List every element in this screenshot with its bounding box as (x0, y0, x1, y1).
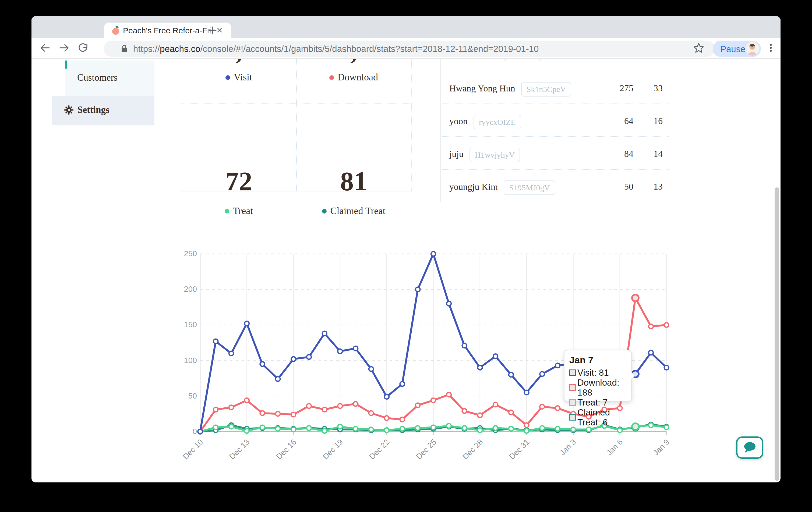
referrer-count-1: 275 (620, 83, 633, 93)
table-row[interactable]: youngju KimS195MJ0gV5013 (441, 169, 669, 202)
profile-paused-button[interactable]: Paused (713, 40, 761, 57)
lock-icon[interactable] (120, 44, 128, 53)
treat-dot-icon (225, 209, 229, 213)
table-row[interactable]: Hwang Yong HunSk1n5CpeV27533 (441, 71, 669, 103)
tooltip-title: Jan 7 (569, 355, 626, 365)
sidebar-item-customers[interactable]: Customers (65, 61, 154, 96)
url-text: https://peachs.co/console/#!/accounts/1/… (133, 44, 539, 54)
browser-toolbar: https://peachs.co/console/#!/accounts/1/… (31, 38, 781, 59)
referrer-name: youngju KimS195MJ0gV (449, 180, 555, 195)
referral-code-pill: ryycxOIZE (473, 115, 521, 129)
forward-button[interactable] (58, 42, 70, 54)
stat-value: 72 (181, 165, 296, 197)
table-row[interactable]: yoonryycxOIZE6416 (441, 103, 669, 136)
y-axis-tick-label: 250 (178, 249, 197, 258)
chart-tooltip: Jan 7 Visit: 81Download: 188Treat: 7Clai… (564, 350, 632, 401)
series-swatch-icon (569, 369, 576, 376)
stat-card-visit: , Visit (181, 59, 296, 103)
series-swatch-icon (569, 399, 576, 406)
menu-kebab-icon[interactable] (765, 42, 776, 53)
tooltip-row: Claimed Treat: 6 (569, 408, 626, 427)
gear-icon (63, 104, 74, 115)
back-button[interactable] (39, 42, 51, 54)
y-axis-tick-label: 0 (178, 427, 197, 436)
stat-label: Visit (181, 71, 296, 83)
series-swatch-icon (569, 414, 576, 421)
y-axis-tick-label: 100 (178, 356, 197, 365)
stat-card-treat: 72 Treat (181, 103, 296, 191)
stat-card-download: , Download (296, 59, 411, 103)
active-accent-tick (65, 61, 67, 68)
chat-button[interactable] (736, 436, 763, 459)
url-host: peachs.co (160, 44, 200, 54)
stat-label: Download (296, 71, 411, 83)
new-tab-button[interactable] (208, 26, 217, 35)
referrer-count-1: 84 (624, 149, 633, 159)
visit-dot-icon (226, 75, 230, 80)
stat-card-claimed-treat: 81 Claimed Treat (296, 103, 411, 191)
referrers-table: Hwang Yong HunSk1n5CpeV27533yoonryycxOIZ… (440, 59, 669, 202)
stat-label: Treat (181, 205, 296, 216)
scrollbar-thumb[interactable] (775, 187, 779, 481)
stat-label: Claimed Treat (296, 205, 411, 216)
avatar (746, 42, 759, 56)
referrer-name: Hwang Yong HunSk1n5CpeV (449, 82, 571, 96)
table-row[interactable]: jujuH1wvjyhyV8414 (441, 136, 669, 169)
download-dot-icon (329, 75, 334, 80)
cutoff-code-pill (504, 59, 541, 61)
tooltip-row: Download: 188 (569, 378, 626, 397)
peach-favicon-icon (112, 26, 120, 35)
speech-bubble-icon (744, 442, 755, 453)
url-bar[interactable]: https://peachs.co/console/#!/accounts/1/… (104, 40, 715, 57)
referrer-count-1: 50 (624, 182, 633, 192)
referrer-count-2: 14 (654, 149, 663, 159)
sidebar-item-label: Settings (78, 104, 110, 115)
cutoff-number: , (296, 59, 411, 64)
referral-code-pill: H1wvjyhyV (469, 148, 520, 162)
referrer-name: yoonryycxOIZE (449, 115, 521, 129)
dashboard-page: Customers (31, 59, 781, 482)
referrer-count-1: 64 (624, 116, 633, 126)
sidebar-item-label: Customers (77, 72, 118, 83)
tooltip-row: Visit: 81 (569, 368, 626, 378)
tooltip-row: Treat: 7 (569, 397, 626, 408)
browser-window: Peach’s Free Refer-a-Friend Sc https://p… (31, 16, 781, 482)
referrer-name: jujuH1wvjyhyV (449, 148, 520, 162)
cutoff-number: , (181, 59, 296, 64)
sidebar-item-settings[interactable]: Settings (52, 96, 154, 125)
y-axis-tick-label: 50 (178, 392, 197, 400)
y-axis-tick-label: 200 (178, 285, 197, 294)
referrer-count-2: 33 (654, 83, 663, 93)
referral-code-pill: S195MJ0gV (504, 180, 555, 195)
stat-cards: , Visit , Download 72 Treat 81 Claimed T… (181, 59, 412, 191)
referrer-count-2: 13 (654, 182, 663, 192)
bookmark-star-icon[interactable] (693, 42, 705, 54)
tab-strip: Peach’s Free Refer-a-Friend Sc (31, 16, 781, 38)
referral-code-pill: Sk1n5CpeV (521, 82, 572, 96)
stat-value: 81 (296, 165, 411, 197)
reload-button[interactable] (77, 42, 89, 54)
series-swatch-icon (569, 384, 576, 391)
claimed-treat-dot-icon (322, 209, 327, 213)
referrer-count-2: 16 (654, 116, 663, 126)
y-axis-tick-label: 150 (178, 320, 197, 329)
